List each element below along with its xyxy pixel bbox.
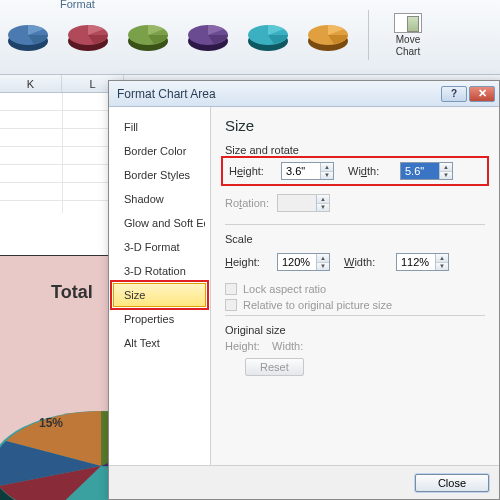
category-fill[interactable]: Fill (113, 115, 206, 139)
group-original-size: Original size (225, 324, 485, 336)
category-size[interactable]: Size (113, 283, 206, 307)
rotation-input: ▲▼ (277, 194, 330, 212)
height-input[interactable]: ▲▼ (281, 162, 334, 180)
scale-row: Height: ▲▼ Width: ▲▼ (225, 249, 485, 275)
reset-button: Reset (245, 358, 304, 376)
spin-down-icon[interactable]: ▼ (321, 172, 333, 180)
rotation-field (278, 195, 316, 211)
spin-up-icon[interactable]: ▲ (317, 254, 329, 263)
original-size-row: Height: Width: (225, 340, 485, 352)
scale-width-field[interactable] (397, 254, 435, 270)
rotation-label: Rotation: (225, 197, 269, 209)
ribbon-tab-format[interactable]: Format (60, 0, 95, 10)
move-chart-icon (394, 13, 422, 33)
spin-down-icon[interactable]: ▼ (436, 263, 448, 271)
category-border-styles[interactable]: Border Styles (113, 163, 206, 187)
scale-height-input[interactable]: ▲▼ (277, 253, 330, 271)
category-properties[interactable]: Properties (113, 307, 206, 331)
orig-width-label: Width: (272, 340, 303, 352)
checkbox-icon (225, 283, 237, 295)
chart-style-option[interactable] (184, 11, 232, 59)
category-list: Fill Border Color Border Styles Shadow G… (109, 107, 211, 465)
scale-width-input[interactable]: ▲▼ (396, 253, 449, 271)
chart-style-option[interactable] (4, 11, 52, 59)
panel-heading: Size (225, 117, 485, 134)
width-input[interactable]: ▲▼ (400, 162, 453, 180)
spin-down-icon: ▼ (317, 204, 329, 212)
relative-original-checkbox: Relative to original picture size (225, 299, 485, 311)
chart-style-option[interactable] (64, 11, 112, 59)
spin-down-icon[interactable]: ▼ (317, 263, 329, 271)
column-header[interactable]: K (0, 75, 62, 92)
scale-width-label: Width: (344, 256, 388, 268)
relative-original-label: Relative to original picture size (243, 299, 392, 311)
scale-height-label: Height: (225, 256, 269, 268)
lock-aspect-checkbox: Lock aspect ratio (225, 283, 485, 295)
close-button[interactable]: Close (415, 474, 489, 492)
chart-style-option[interactable] (244, 11, 292, 59)
checkbox-icon (225, 299, 237, 311)
spin-up-icon[interactable]: ▲ (321, 163, 333, 172)
move-chart-label1: Move (396, 35, 420, 46)
category-alt-text[interactable]: Alt Text (113, 331, 206, 355)
category-border-color[interactable]: Border Color (113, 139, 206, 163)
scale-height-field[interactable] (278, 254, 316, 270)
category-glow[interactable]: Glow and Soft Edges (113, 211, 206, 235)
move-chart-label2: Chart (396, 47, 420, 58)
dialog-titlebar[interactable]: Format Chart Area ? ✕ (109, 81, 499, 107)
width-field[interactable] (401, 163, 439, 179)
group-scale: Scale (225, 233, 485, 245)
chart-style-option[interactable] (304, 11, 352, 59)
height-label: Height: (229, 165, 273, 177)
spin-up-icon[interactable]: ▲ (440, 163, 452, 172)
spin-up-icon: ▲ (317, 195, 329, 204)
spin-down-icon[interactable]: ▼ (440, 172, 452, 180)
category-shadow[interactable]: Shadow (113, 187, 206, 211)
spin-up-icon[interactable]: ▲ (436, 254, 448, 263)
chart-title[interactable]: Total (51, 282, 93, 303)
width-label: Width: (348, 165, 392, 177)
dialog-footer: Close (109, 465, 499, 499)
category-3d-format[interactable]: 3-D Format (113, 235, 206, 259)
rotation-row: Rotation: ▲▼ (225, 190, 485, 216)
ribbon-divider (368, 10, 369, 60)
chart-data-label: 15% (39, 416, 63, 430)
lock-aspect-label: Lock aspect ratio (243, 283, 326, 295)
chart-style-option[interactable] (124, 11, 172, 59)
height-field[interactable] (282, 163, 320, 179)
dialog-title: Format Chart Area (117, 87, 441, 101)
format-chart-area-dialog: Format Chart Area ? ✕ Fill Border Color … (108, 80, 500, 500)
ribbon: Format Move Chart (0, 0, 500, 75)
orig-height-label: Height: (225, 340, 260, 352)
dialog-close-button[interactable]: ✕ (469, 86, 495, 102)
group-size-rotate: Size and rotate (225, 144, 485, 156)
category-3d-rotation[interactable]: 3-D Rotation (113, 259, 206, 283)
dialog-help-button[interactable]: ? (441, 86, 467, 102)
size-rotate-row: Height: ▲▼ Width: ▲▼ (225, 160, 485, 182)
move-chart-button[interactable]: Move Chart (385, 8, 431, 62)
size-panel: Size Size and rotate Height: ▲▼ Width: ▲… (211, 107, 499, 465)
